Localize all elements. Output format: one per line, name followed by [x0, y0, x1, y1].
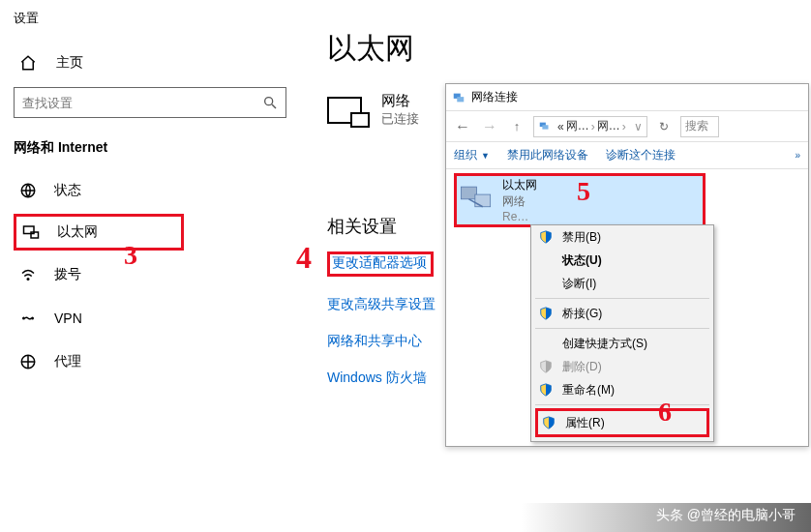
explorer-toolbar: 组织▼ 禁用此网络设备 诊断这个连接 »	[446, 142, 808, 169]
ctx-properties[interactable]: 属性(R)	[538, 411, 706, 434]
nav-item-vpn[interactable]: VPN	[0, 296, 300, 340]
network-folder-icon	[452, 91, 466, 104]
ctx-disable[interactable]: 禁用(B)	[531, 225, 713, 249]
ctx-create-shortcut[interactable]: 创建快捷方式(S)	[531, 332, 713, 355]
svg-line-1	[272, 104, 276, 108]
forward-button[interactable]: →	[479, 118, 500, 135]
adapter-icon	[460, 184, 496, 217]
home-nav-item[interactable]: 主页	[19, 54, 300, 72]
breadcrumb[interactable]: « 网… › 网… › ∨	[533, 116, 647, 137]
globe-icon	[19, 182, 37, 199]
nav-item-proxy[interactable]: 代理	[0, 340, 300, 383]
explorer-search[interactable]: 搜索	[680, 116, 719, 137]
link-network-center[interactable]: 网络和共享中心	[327, 333, 436, 350]
nav-label: 以太网	[57, 223, 98, 241]
ctx-delete: 删除(D)	[531, 355, 713, 378]
network-icon	[327, 97, 362, 124]
search-hint: 搜索	[685, 118, 708, 134]
shield-icon	[539, 383, 553, 397]
annotation-6: 6	[658, 397, 672, 428]
breadcrumb-seg[interactable]: 网…	[597, 118, 620, 134]
folder-icon	[538, 120, 552, 133]
adapter-network: 网络	[502, 193, 537, 210]
shield-icon	[539, 230, 553, 244]
svg-rect-10	[457, 97, 464, 102]
content-area: 以太网 网络 已连接 相关设置 更改适配器选项 更改高级共享设置 网络和共享中心…	[327, 29, 436, 406]
network-status: 已连接	[381, 110, 419, 128]
toolbar-disable-device[interactable]: 禁用此网络设备	[507, 147, 588, 163]
svg-point-5	[27, 278, 30, 281]
dialup-icon	[19, 266, 37, 283]
svg-point-7	[31, 316, 34, 319]
address-bar-row: ← → ↑ « 网… › 网… › ∨ ↻ 搜索	[446, 111, 808, 142]
search-input[interactable]	[22, 96, 262, 110]
network-name: 网络	[381, 92, 419, 110]
svg-rect-14	[475, 194, 491, 207]
svg-point-0	[265, 98, 273, 105]
search-input-wrapper[interactable]	[14, 87, 286, 118]
nav-item-dialup[interactable]: 拨号	[0, 252, 300, 296]
nav-label: VPN	[54, 310, 82, 326]
home-icon	[19, 54, 37, 72]
window-titlebar[interactable]: 网络连接	[446, 84, 808, 111]
back-button[interactable]: ←	[452, 118, 473, 135]
link-change-adapter: 更改适配器选项	[327, 251, 436, 277]
link-firewall[interactable]: Windows 防火墙	[327, 369, 436, 387]
nav-label: 代理	[54, 353, 81, 370]
ctx-bridge[interactable]: 桥接(G)	[531, 302, 713, 325]
nav-label: 拨号	[54, 266, 81, 283]
nav-list: 状态 以太网 拨号 VPN 代理	[0, 168, 300, 383]
ctx-properties-highlight: 属性(R)	[535, 408, 709, 437]
ethernet-icon	[22, 223, 40, 241]
link-sharing-settings[interactable]: 更改高级共享设置	[327, 296, 436, 313]
window-title: 网络连接	[471, 89, 518, 105]
app-title: 设置	[0, 0, 300, 27]
svg-point-6	[22, 316, 25, 319]
network-status-block[interactable]: 网络 已连接	[327, 92, 436, 128]
page-title: 以太网	[327, 29, 436, 69]
watermark: 头条 @曾经的电脑小哥	[650, 505, 801, 526]
adapter-name: 以太网	[502, 177, 537, 193]
ctx-rename[interactable]: 重命名(M)	[531, 378, 713, 401]
vpn-icon	[19, 310, 37, 327]
nav-label: 状态	[54, 182, 81, 199]
proxy-icon	[19, 353, 37, 370]
adapter-driver: Re…	[502, 210, 537, 223]
ctx-diagnose[interactable]: 诊断(I)	[531, 272, 713, 295]
nav-item-ethernet[interactable]: 以太网	[14, 214, 184, 251]
toolbar-organize[interactable]: 组织▼	[454, 147, 490, 163]
related-links: 更改适配器选项 更改高级共享设置 网络和共享中心 Windows 防火墙	[327, 251, 436, 387]
toolbar-more[interactable]: »	[795, 150, 800, 161]
home-label: 主页	[56, 54, 83, 72]
shield-icon	[542, 416, 556, 429]
separator	[535, 328, 709, 329]
annotation-4: 4	[296, 240, 312, 276]
annotation-5: 5	[577, 176, 590, 207]
ctx-status[interactable]: 状态(U)	[531, 249, 713, 272]
related-settings-title: 相关设置	[327, 215, 436, 238]
separator	[535, 298, 709, 299]
breadcrumb-seg[interactable]: 网…	[566, 118, 589, 134]
shield-icon	[539, 307, 553, 320]
svg-rect-12	[542, 125, 548, 129]
nav-item-status[interactable]: 状态	[0, 168, 300, 212]
context-menu: 禁用(B) 状态(U) 诊断(I) 桥接(G) 创建快捷方式(S) 删除(D) …	[530, 224, 714, 442]
svg-rect-13	[462, 187, 477, 199]
shield-icon	[539, 360, 553, 373]
refresh-button[interactable]: ↻	[653, 120, 675, 133]
annotation-3: 3	[124, 240, 137, 271]
nav-group-title: 网络和 Internet	[14, 139, 300, 157]
search-icon	[262, 95, 278, 110]
up-button[interactable]: ↑	[506, 119, 527, 133]
separator	[535, 404, 709, 405]
settings-panel: 设置 主页 网络和 Internet 状态 以太网 拨号 VPN	[0, 0, 300, 532]
toolbar-diagnose[interactable]: 诊断这个连接	[606, 147, 676, 163]
